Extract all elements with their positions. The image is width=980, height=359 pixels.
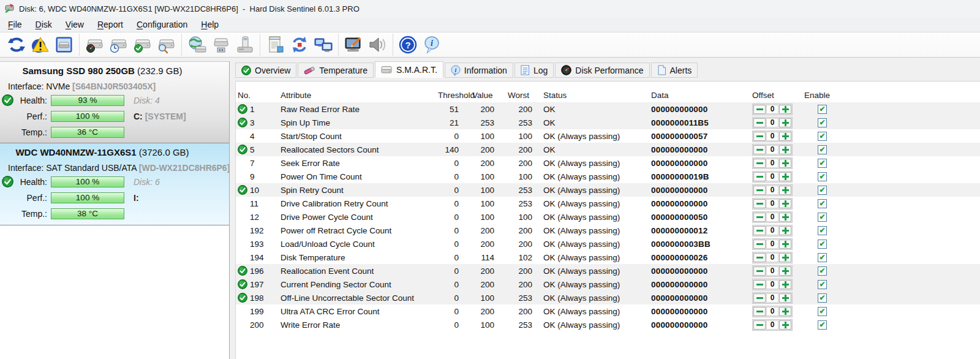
offset-increase-button[interactable] — [779, 307, 791, 316]
enable-checkbox[interactable]: ✔ — [818, 172, 827, 181]
status-text: OK — [542, 145, 638, 154]
sound-button[interactable] — [366, 34, 390, 56]
offset-increase-button[interactable] — [779, 105, 791, 114]
offset-increase-button[interactable] — [779, 172, 791, 181]
column-header-status[interactable]: Status — [542, 91, 638, 100]
offset-decrease-button[interactable] — [753, 320, 766, 330]
refresh-button[interactable] — [4, 34, 28, 56]
tab-temperature[interactable]: Temperature — [298, 62, 374, 78]
offset-increase-button[interactable] — [779, 320, 791, 330]
network-computers-button[interactable] — [311, 34, 335, 56]
offset-increase-button[interactable] — [779, 186, 791, 195]
enable-checkbox[interactable]: ✔ — [818, 240, 827, 249]
offset-decrease-button[interactable] — [753, 226, 766, 235]
column-header-data[interactable]: Data — [638, 91, 737, 100]
offset-increase-button[interactable] — [779, 240, 791, 249]
attribute-number: 10 — [250, 186, 259, 195]
offset-decrease-button[interactable] — [753, 159, 766, 168]
offset-decrease-button[interactable] — [753, 213, 766, 222]
disk-panel-samsung-ssd-980-250gb[interactable]: Samsung SSD 980 250GB (232.9 GB)Interfac… — [0, 61, 229, 143]
offset-increase-button[interactable] — [779, 280, 791, 289]
enable-checkbox[interactable]: ✔ — [818, 320, 827, 330]
offset-control: 0 — [752, 157, 793, 169]
enable-checkbox[interactable]: ✔ — [818, 132, 827, 141]
enable-checkbox[interactable]: ✔ — [818, 159, 827, 168]
offset-decrease-button[interactable] — [753, 118, 766, 127]
disk-panel-wdc-wd40nmzw-11gx6s1[interactable]: WDC WD40NMZW-11GX6S1 (3726.0 GB)Interfac… — [0, 143, 229, 225]
removable-disk-button[interactable] — [209, 34, 233, 56]
enable-checkbox[interactable]: ✔ — [818, 253, 827, 262]
column-header-value[interactable]: Value — [471, 91, 507, 100]
disk-status-warning-button[interactable] — [28, 34, 52, 56]
disk-schedule-button[interactable] — [107, 34, 130, 56]
disk-surface-test-button[interactable] — [154, 34, 178, 56]
offset-decrease-button[interactable] — [753, 172, 766, 181]
app-icon — [4, 3, 15, 15]
offset-decrease-button[interactable] — [753, 199, 766, 208]
offset-decrease-button[interactable] — [753, 280, 766, 289]
enable-checkbox[interactable]: ✔ — [818, 186, 827, 195]
offset-decrease-button[interactable] — [753, 253, 766, 262]
enable-checkbox[interactable]: ✔ — [818, 105, 827, 114]
offset-decrease-button[interactable] — [753, 145, 766, 154]
offset-decrease-button[interactable] — [753, 240, 766, 249]
tab-alerts[interactable]: Alerts — [651, 62, 698, 78]
offset-decrease-button[interactable] — [753, 132, 766, 141]
menu-item-disk[interactable]: Disk — [29, 18, 59, 31]
offset-decrease-button[interactable] — [753, 293, 766, 303]
tab-disk-performance[interactable]: Disk Performance — [555, 62, 649, 78]
column-header-enable[interactable]: Enable — [802, 91, 840, 100]
tab-overview[interactable]: Overview — [235, 62, 296, 78]
report-button[interactable] — [263, 34, 287, 56]
disk-performance-button[interactable] — [83, 34, 107, 56]
menu-item-report[interactable]: Report — [91, 18, 130, 31]
offset-decrease-button[interactable] — [753, 307, 766, 316]
menu-item-help[interactable]: Help — [194, 18, 225, 31]
offset-increase-button[interactable] — [779, 132, 791, 141]
tab-label: S.M.A.R.T. — [396, 65, 437, 75]
enable-checkbox[interactable]: ✔ — [818, 226, 827, 235]
offset-increase-button[interactable] — [779, 199, 791, 208]
enable-checkbox[interactable]: ✔ — [818, 280, 827, 289]
help-button[interactable]: ? — [396, 34, 420, 56]
information-button[interactable]: i — [420, 34, 444, 56]
offset-increase-button[interactable] — [779, 118, 791, 127]
network-disks-button[interactable] — [185, 34, 209, 56]
tab-s-m-a-r-t[interactable]: S.M.A.R.T. — [375, 61, 443, 78]
menu-item-view[interactable]: View — [59, 18, 91, 31]
offset-increase-button[interactable] — [779, 253, 791, 262]
current-value: 200 — [471, 280, 507, 289]
sync-button[interactable] — [287, 34, 311, 56]
enable-checkbox[interactable]: ✔ — [818, 293, 827, 303]
menu-item-file[interactable]: File — [1, 18, 29, 31]
column-header-threshold[interactable]: Threshold — [437, 91, 471, 100]
offset-increase-button[interactable] — [779, 159, 791, 168]
enable-checkbox[interactable]: ✔ — [818, 213, 827, 222]
desktop-capture-button[interactable] — [342, 34, 366, 56]
disk-title: Samsung SSD 980 250GB (232.9 GB) — [0, 65, 229, 77]
tab-information[interactable]: iInformation — [445, 62, 513, 78]
offset-increase-button[interactable] — [779, 226, 791, 235]
enable-checkbox[interactable]: ✔ — [818, 145, 827, 154]
disk-schedule-icon — [109, 36, 129, 54]
enable-checkbox[interactable]: ✔ — [818, 199, 827, 208]
disk-health-ok-button[interactable] — [130, 34, 154, 56]
offset-increase-button[interactable] — [779, 145, 791, 154]
offset-decrease-button[interactable] — [753, 186, 766, 195]
offset-decrease-button[interactable] — [753, 266, 766, 276]
enable-checkbox[interactable]: ✔ — [818, 118, 827, 127]
menu-item-configuration[interactable]: Configuration — [130, 18, 194, 31]
enable-checkbox[interactable]: ✔ — [818, 307, 827, 316]
column-header-offset[interactable]: Offset — [737, 91, 802, 100]
offset-increase-button[interactable] — [779, 213, 791, 222]
column-header-worst[interactable]: Worst — [507, 91, 542, 100]
disk-overview-button[interactable] — [52, 34, 76, 56]
offset-decrease-button[interactable] — [753, 105, 766, 114]
disk-dock-button[interactable] — [233, 34, 257, 56]
column-header-no[interactable]: No. — [236, 91, 279, 100]
enable-checkbox[interactable]: ✔ — [818, 266, 827, 276]
offset-increase-button[interactable] — [779, 293, 791, 303]
tab-log[interactable]: Log — [514, 62, 554, 78]
column-header-attribute[interactable]: Attribute — [279, 91, 437, 100]
offset-increase-button[interactable] — [779, 266, 791, 276]
